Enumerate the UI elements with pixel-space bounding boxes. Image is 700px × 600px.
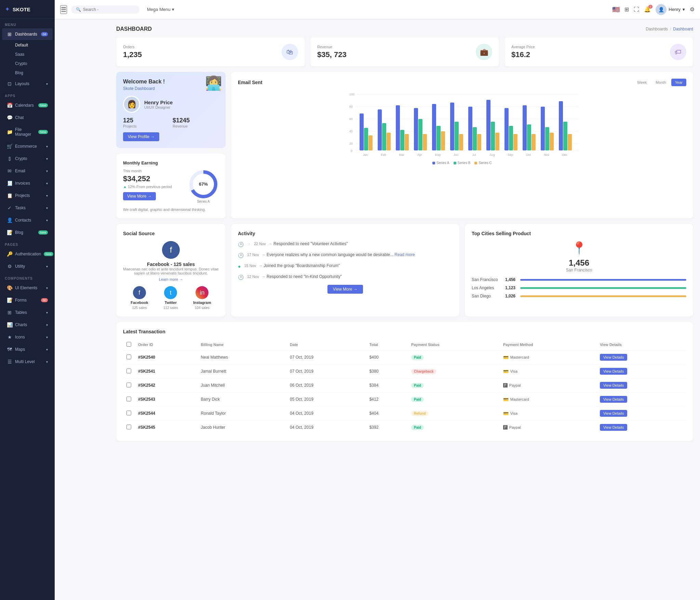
page-title: DASHBOARD (116, 26, 152, 32)
ecommerce-icon: 🛒 (7, 144, 12, 149)
sidebar-item-saas[interactable]: Saas (10, 50, 53, 59)
transactions-tbody: #SK2540 Neal Matthews 07 Oct, 2019 $400 … (123, 350, 686, 435)
sidebar-item-chat[interactable]: 💬 Chat (2, 112, 53, 123)
topbar: ☰ 🔍 Mega Menu ▾ 🇺🇸 ⊞ ⛶ 🔔 3 👤 Henry ▾ ⚙ (55, 0, 700, 19)
menu-section-label: MENU (0, 19, 55, 28)
fullscreen-icon[interactable]: ⛶ (634, 6, 639, 13)
row-checkbox[interactable] (123, 364, 135, 378)
view-more-activity-button[interactable]: View More → (327, 285, 363, 294)
revenue-icon: 💼 (476, 44, 492, 60)
icons-chevron: ▾ (46, 335, 48, 339)
hamburger-button[interactable]: ☰ (60, 5, 67, 14)
sidebar-item-ui-elements[interactable]: 🎨 UI Elements ▾ (2, 282, 53, 294)
view-profile-button[interactable]: View Profile → (123, 132, 159, 141)
row-checkbox[interactable] (123, 392, 135, 406)
welcome-revenue-val: $1245 (173, 117, 219, 124)
payment-status: Paid (408, 378, 500, 392)
notification-icon[interactable]: 🔔 3 (644, 6, 651, 13)
city-bar-sf (520, 279, 686, 281)
read-more-link[interactable]: Read more (394, 252, 415, 257)
sidebar-item-icons[interactable]: ★ Icons ▾ (2, 331, 53, 343)
charts-chevron: ▾ (46, 323, 48, 327)
search-input[interactable] (83, 7, 131, 12)
mega-menu-button[interactable]: Mega Menu ▾ (144, 5, 178, 13)
view-details-button[interactable]: View Details (600, 382, 627, 389)
select-all-checkbox[interactable] (126, 342, 131, 347)
pages-section-label: PAGES (0, 239, 55, 248)
calendars-badge: New (38, 103, 48, 107)
date: 07 Oct, 2019 (286, 350, 366, 364)
svg-rect-49 (513, 134, 517, 150)
order-id: #SK2544 (135, 406, 198, 421)
billing-name: Ronald Taylor (198, 406, 286, 421)
view-details-button[interactable]: View Details (600, 396, 627, 403)
sidebar-item-tasks[interactable]: ✓ Tasks ▾ (2, 202, 53, 214)
breadcrumb-current: Dashboard (673, 27, 693, 31)
sidebar-item-blog-sub[interactable]: Blog (10, 68, 53, 77)
social-card: Social Source f Facebook - 125 sales Mae… (116, 224, 226, 317)
social-learn-more[interactable]: Learn more → (159, 277, 183, 281)
row-checkbox[interactable] (123, 350, 135, 364)
sidebar-item-authentication[interactable]: 🔑 Authentication New (2, 248, 53, 260)
view-details-button[interactable]: View Details (600, 424, 627, 431)
top-cities-card: Top Cities Selling Product 📍 1,456 San F… (465, 224, 693, 317)
sidebar-item-projects[interactable]: 📋 Projects ▾ (2, 190, 53, 201)
orders-value: 1,235 (123, 50, 142, 59)
topbar-icons: 🇺🇸 ⊞ ⛶ 🔔 3 👤 Henry ▾ ⚙ (612, 4, 695, 15)
social-main: f Facebook - 125 sales Maecenas nec odio… (123, 241, 219, 281)
sidebar-item-file-manager[interactable]: 📁 File Manager New (2, 124, 53, 140)
sidebar-item-tables[interactable]: ⊞ Tables ▾ (2, 307, 53, 318)
social-platform-twitter: t Twitter 112 sales (163, 286, 178, 310)
row-checkbox[interactable] (123, 421, 135, 435)
sidebar-item-charts[interactable]: 📊 Charts ▾ (2, 319, 53, 331)
ui-elements-chevron: ▾ (46, 286, 48, 290)
svg-rect-55 (541, 107, 545, 150)
sidebar-item-contacts[interactable]: 👤 Contacts ▾ (2, 214, 53, 226)
sidebar-item-dashboards[interactable]: ⊞ Dashboards 04 (2, 28, 53, 40)
period-tab-week[interactable]: Week (633, 79, 650, 86)
flag-icon[interactable]: 🇺🇸 (612, 6, 620, 13)
svg-text:Jul: Jul (472, 153, 476, 157)
earning-title: Monthly Earning (123, 160, 219, 165)
view-details-cell: View Details (596, 392, 686, 406)
sidebar: ✦ SKOTE MENU ⊞ Dashboards 04 Default Saa… (0, 0, 55, 600)
dashboards-label: Dashboards (15, 32, 37, 37)
period-tab-year[interactable]: Year (671, 79, 686, 86)
svg-rect-17 (368, 135, 373, 150)
sidebar-item-invoices[interactable]: 🧾 Invoices ▾ (2, 177, 53, 189)
sidebar-item-ecommerce[interactable]: 🛒 Ecommerce ▾ (2, 141, 53, 152)
svg-rect-40 (473, 127, 477, 150)
sidebar-item-maps[interactable]: 🗺 Maps ▾ (2, 344, 53, 355)
order-id: #SK2545 (135, 421, 198, 435)
view-details-button[interactable]: View Details (600, 354, 627, 361)
settings-icon[interactable]: ⚙ (690, 6, 695, 13)
sidebar-item-email[interactable]: ✉ Email ▾ (2, 165, 53, 177)
city-row-sd: San Diego 1,026 (472, 294, 686, 298)
sidebar-item-crypto-sub[interactable]: Crypto (10, 59, 53, 68)
sidebar-item-blog[interactable]: 📝 Blog New (2, 227, 53, 238)
sidebar-item-calendars[interactable]: 📅 Calendars New (2, 99, 53, 111)
sidebar-item-forms[interactable]: 📝 Forms 80 (2, 294, 53, 306)
date: 04 Oct, 2019 (286, 421, 366, 435)
row-checkbox[interactable] (123, 406, 135, 421)
sidebar-item-utility[interactable]: ⚙ Utility ▾ (2, 261, 53, 272)
user-menu[interactable]: 👤 Henry ▾ (656, 4, 685, 15)
period-tab-month[interactable]: Month (652, 79, 670, 86)
grid-icon[interactable]: ⊞ (624, 6, 629, 13)
view-more-button[interactable]: View More → (123, 192, 156, 200)
dashboards-badge: 04 (41, 32, 48, 36)
layouts-chevron: ▾ (46, 82, 48, 86)
svg-text:100: 100 (349, 93, 354, 96)
sidebar-item-crypto[interactable]: ₿ Crypto ▾ (2, 153, 53, 164)
sidebar-item-multi-level[interactable]: ☰ Multi Level ▾ (2, 356, 53, 368)
row-checkbox[interactable] (123, 378, 135, 392)
view-details-button[interactable]: View Details (600, 368, 627, 375)
svg-text:0: 0 (351, 149, 352, 152)
sidebar-item-default[interactable]: Default (10, 41, 53, 50)
view-details-cell: View Details (596, 421, 686, 435)
view-details-button[interactable]: View Details (600, 410, 627, 417)
maps-chevron: ▾ (46, 348, 48, 351)
breadcrumb-dashboards[interactable]: Dashboards (646, 27, 668, 31)
welcome-subtitle[interactable]: Skote Dashboard (123, 86, 219, 91)
sidebar-item-layouts[interactable]: ⊡ Layouts ▾ (2, 78, 53, 90)
